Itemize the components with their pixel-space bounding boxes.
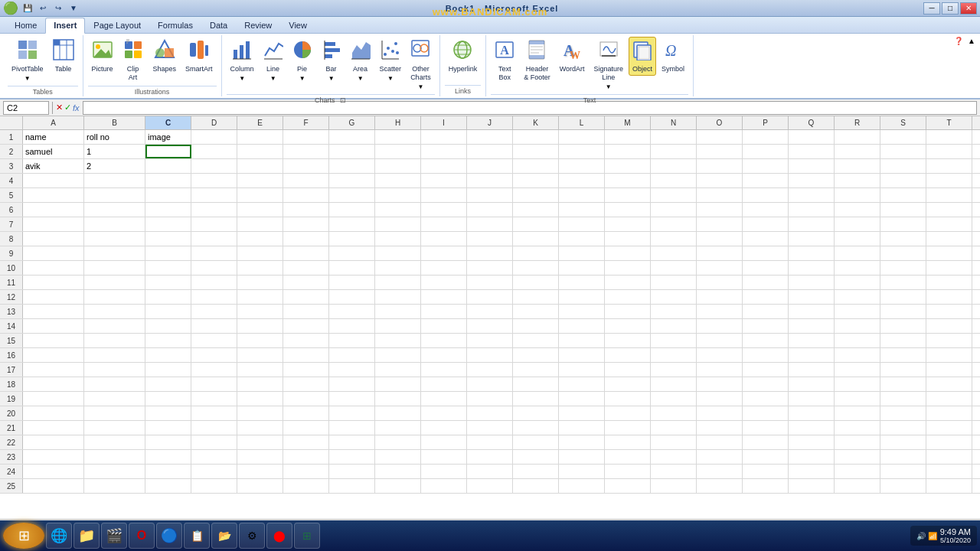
ribbon-collapse-btn[interactable]: ▲ [966, 35, 977, 47]
cell-B21[interactable] [84, 421, 145, 435]
cell-j2[interactable] [467, 145, 513, 158]
cell-E12[interactable] [237, 290, 283, 304]
start-button[interactable]: ⊞ [3, 523, 44, 549]
cell-J9[interactable] [467, 246, 513, 260]
cell-G19[interactable] [329, 392, 375, 406]
cell-B9[interactable] [84, 246, 145, 260]
cell-t4[interactable] [926, 174, 972, 187]
confirm-formula-btn[interactable]: ✓ [64, 103, 71, 112]
cell-s5[interactable] [880, 188, 926, 202]
cell-p22[interactable] [743, 435, 789, 449]
cell-C11[interactable] [145, 276, 191, 289]
col-header-o[interactable]: O [697, 116, 743, 129]
cell-G25[interactable] [329, 479, 375, 493]
cell-M5[interactable] [605, 188, 651, 202]
cell-h3[interactable] [375, 159, 421, 173]
cell-A24[interactable] [23, 465, 84, 478]
cell-B20[interactable] [84, 406, 145, 420]
row-header-7[interactable]: 7 [0, 217, 23, 231]
cell-F17[interactable] [283, 363, 329, 377]
cell-N13[interactable] [651, 305, 697, 318]
cell-M25[interactable] [605, 479, 651, 493]
cell-r6[interactable] [835, 203, 880, 217]
cell-I9[interactable] [421, 246, 467, 260]
cell-M9[interactable] [605, 246, 651, 260]
chrome-taskbar-btn[interactable]: 🔵 [156, 523, 182, 549]
cell-A6[interactable] [23, 203, 84, 217]
app7-taskbar-btn[interactable]: ⚙ [239, 523, 265, 549]
cell-f1[interactable] [283, 130, 329, 144]
cell-s20[interactable] [880, 406, 926, 420]
cell-s6[interactable] [880, 203, 926, 217]
cell-p15[interactable] [743, 334, 789, 347]
cell-B25[interactable] [84, 479, 145, 493]
cell-C16[interactable] [145, 348, 191, 362]
cell-p21[interactable] [743, 421, 789, 435]
other-charts-button[interactable]: OtherCharts ▼ [407, 37, 435, 93]
col-header-h[interactable]: H [375, 116, 421, 129]
cell-C5[interactable] [145, 188, 191, 202]
row-header-22[interactable]: 22 [0, 435, 23, 449]
cell-d1[interactable] [191, 130, 237, 144]
cell-A10[interactable] [23, 261, 84, 275]
cell-H18[interactable] [375, 377, 421, 391]
cell-B13[interactable] [84, 305, 145, 318]
cell-p6[interactable] [743, 203, 789, 217]
cell-o24[interactable] [697, 465, 743, 478]
cell-C18[interactable] [145, 377, 191, 391]
tab-view[interactable]: View [280, 18, 315, 33]
wordart-button[interactable]: A W WordArt [556, 37, 589, 76]
col-header-t[interactable]: T [926, 116, 972, 129]
cell-D20[interactable] [191, 406, 237, 420]
cell-M24[interactable] [605, 465, 651, 478]
cell-r12[interactable] [835, 290, 880, 304]
cell-D10[interactable] [191, 261, 237, 275]
cell-B22[interactable] [84, 435, 145, 449]
textbox-button[interactable]: A TextBox [491, 37, 518, 84]
cell-N20[interactable] [651, 406, 697, 420]
cell-i2[interactable] [421, 145, 467, 158]
cell-M11[interactable] [605, 276, 651, 289]
cell-a1[interactable]: name [23, 130, 84, 144]
cell-M22[interactable] [605, 435, 651, 449]
col-header-q[interactable]: Q [789, 116, 835, 129]
cell-C9[interactable] [145, 246, 191, 260]
cell-s21[interactable] [880, 421, 926, 435]
cell-q5[interactable] [789, 188, 835, 202]
cell-M20[interactable] [605, 406, 651, 420]
row-header-10[interactable]: 10 [0, 261, 23, 275]
col-header-g[interactable]: G [329, 116, 375, 129]
cell-G10[interactable] [329, 261, 375, 275]
cell-C24[interactable] [145, 465, 191, 478]
tab-home[interactable]: Home [6, 18, 45, 33]
row-header-17[interactable]: 17 [0, 363, 23, 377]
cell-d2[interactable] [191, 145, 237, 158]
cell-H6[interactable] [375, 203, 421, 217]
cell-G21[interactable] [329, 421, 375, 435]
cell-t25[interactable] [926, 479, 972, 493]
cell-D6[interactable] [191, 203, 237, 217]
cell-M17[interactable] [605, 363, 651, 377]
cell-J8[interactable] [467, 232, 513, 246]
cell-G5[interactable] [329, 188, 375, 202]
cell-H14[interactable] [375, 319, 421, 333]
cell-G11[interactable] [329, 276, 375, 289]
row-header-23[interactable]: 23 [0, 450, 23, 464]
cell-j1[interactable] [467, 130, 513, 144]
row-header-20[interactable]: 20 [0, 406, 23, 420]
bar-chart-button[interactable]: Bar ▼ [318, 37, 345, 84]
cell-J25[interactable] [467, 479, 513, 493]
cell-N7[interactable] [651, 217, 697, 231]
cell-J19[interactable] [467, 392, 513, 406]
cell-q17[interactable] [789, 363, 835, 377]
cell-I14[interactable] [421, 319, 467, 333]
cell-M12[interactable] [605, 290, 651, 304]
row-header-3[interactable]: 3 [0, 159, 23, 173]
cell-F11[interactable] [283, 276, 329, 289]
cell-q4[interactable] [789, 174, 835, 187]
table-button[interactable]: Table [49, 37, 78, 76]
cell-B23[interactable] [84, 450, 145, 464]
cell-N23[interactable] [651, 450, 697, 464]
cell-q21[interactable] [789, 421, 835, 435]
cell-C20[interactable] [145, 406, 191, 420]
